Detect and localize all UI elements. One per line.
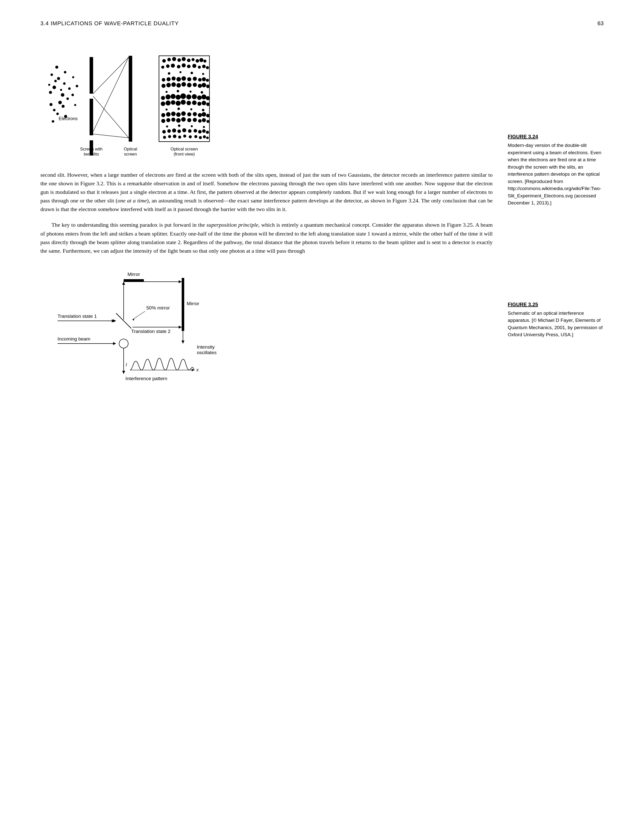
svg-text:Optical screen: Optical screen [170,147,198,151]
svg-point-142 [198,130,202,133]
svg-point-149 [183,135,186,138]
intensity-label: Intensity [197,344,215,350]
svg-point-96 [206,96,210,100]
svg-point-94 [197,95,202,100]
svg-text:Optical: Optical [124,147,137,151]
svg-marker-163 [122,282,125,285]
svg-point-152 [199,136,202,139]
svg-point-46 [196,59,199,63]
svg-point-117 [193,112,197,116]
figure-25-caption-text: Schematic of an optical interference app… [508,310,602,338]
figure-24-diagram: Electrons [40,42,237,158]
svg-point-132 [178,124,180,127]
svg-marker-167 [179,326,182,329]
figure-24-caption-block: FIGURE 3.24 Modern-day version of the do… [508,133,604,207]
svg-point-17 [64,71,66,74]
svg-text:Screen with: Screen with [80,147,103,151]
svg-point-92 [186,95,191,100]
svg-point-73 [162,84,165,88]
svg-rect-33 [129,56,132,142]
svg-point-91 [180,93,186,99]
page-header: 3.4 IMPLICATIONS OF WAVE-PARTICLE DUALIT… [40,20,604,27]
svg-point-57 [202,64,206,68]
svg-point-154 [206,137,209,139]
svg-point-88 [165,95,170,100]
svg-point-119 [202,112,206,117]
svg-point-49 [161,66,164,69]
svg-point-8 [53,109,56,111]
figure-25-diagram-container: Mirror 50% mirror Translation state 1 [40,265,493,381]
svg-point-85 [190,91,191,93]
svg-point-0 [53,85,56,89]
svg-point-147 [173,135,177,138]
svg-point-126 [187,118,191,122]
svg-point-16 [54,80,57,82]
svg-point-121 [161,119,165,123]
translation-state1-label: Translation state 1 [58,314,97,319]
svg-point-109 [190,108,192,110]
svg-point-78 [187,83,191,87]
svg-point-51 [171,64,175,68]
figure-24-label: FIGURE 3.24 [508,133,604,140]
side-column-top: FIGURE 3.24 Modern-day version of the do… [508,42,604,207]
svg-point-12 [56,113,59,115]
svg-point-89 [170,94,176,99]
svg-point-45 [191,58,194,61]
svg-point-116 [187,113,191,116]
svg-point-72 [206,79,209,82]
svg-point-110 [202,109,204,111]
svg-point-104 [198,102,201,106]
svg-point-53 [182,63,186,68]
svg-point-7 [58,101,62,104]
figure-25-caption-block: FIGURE 3.25 Schematic of an optical inte… [508,265,604,338]
svg-point-99 [171,100,175,105]
svg-point-134 [203,126,205,128]
svg-point-115 [181,111,186,116]
svg-point-9 [61,105,64,108]
paragraph1: second slit. However, when a large numbe… [40,170,493,214]
svg-point-65 [172,77,176,80]
svg-point-143 [202,129,206,133]
svg-point-150 [189,135,192,138]
svg-point-23 [74,104,76,106]
svg-point-10 [66,97,69,100]
svg-point-22 [76,85,78,87]
svg-point-131 [166,125,168,127]
svg-point-105 [202,101,206,105]
svg-point-77 [181,82,186,87]
svg-point-42 [177,58,181,62]
svg-point-79 [193,83,197,87]
bottom-content-area: Mirror 50% mirror Translation state 1 [40,265,604,381]
svg-point-55 [192,64,196,68]
main-column: Electrons [40,42,493,255]
svg-point-129 [202,118,206,122]
svg-point-125 [181,117,186,122]
figure-24-caption-text: Modern-day version of the double-slit ex… [508,143,601,206]
svg-point-80 [198,84,202,88]
svg-point-101 [181,100,186,105]
svg-point-70 [198,78,202,82]
svg-line-157 [132,311,145,320]
svg-marker-173 [113,342,116,345]
page: 3.4 IMPLICATIONS OF WAVE-PARTICLE DUALIT… [0,0,644,833]
svg-point-15 [60,89,62,91]
figure-25-label: FIGURE 3.25 [508,301,604,308]
svg-point-146 [168,135,171,138]
electrons-label: Electrons [59,116,77,121]
svg-point-54 [187,64,191,68]
svg-point-148 [178,135,181,138]
svg-point-76 [177,83,181,88]
svg-point-71 [202,77,206,81]
svg-point-81 [202,83,206,87]
svg-marker-171 [181,341,185,344]
svg-point-123 [171,117,175,122]
svg-point-114 [176,113,181,117]
svg-point-100 [176,101,181,106]
svg-point-97 [161,101,165,106]
svg-point-44 [187,59,191,62]
svg-point-84 [177,90,179,92]
svg-point-47 [199,58,203,62]
body-text-paragraph1: second slit. However, when a large numbe… [40,170,493,255]
svg-point-69 [193,77,197,81]
svg-point-145 [163,136,166,139]
